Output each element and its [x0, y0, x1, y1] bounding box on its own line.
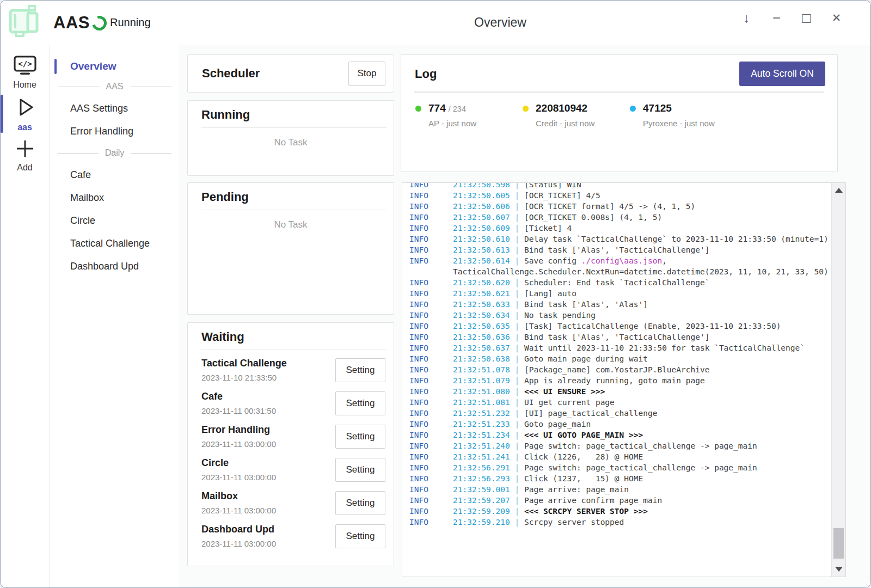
setting-button[interactable]: Setting — [335, 391, 385, 415]
log-separator: | — [510, 431, 524, 439]
log-panel: INFO21:32:50.598 | [Status] WININFO21:32… — [402, 182, 846, 577]
log-entry: INFO21:32:51.234 | <<< UI GOTO PAGE_MAIN… — [409, 430, 829, 440]
log-message-text: Delay task `TacticalChallenge` to 2023-1… — [524, 235, 829, 243]
waiting-task-row: Tactical Challenge2023-11-10 21:33:50Set… — [188, 353, 394, 387]
log-level: INFO — [409, 190, 453, 201]
sidebar-group-label: Daily — [105, 148, 125, 158]
sidebar-item-circle[interactable]: Circle — [50, 209, 180, 232]
scroll-up-icon[interactable] — [835, 188, 843, 193]
log-timestamp: 21:32:50.606 — [453, 202, 510, 211]
log-entry: INFO21:32:50.613 | Bind task ['Alas', 'T… — [409, 244, 829, 255]
rail-item-home[interactable]: </>Home — [1, 52, 49, 93]
log-timestamp: 21:32:50.607 — [453, 213, 510, 222]
close-button[interactable]: ✕ — [821, 1, 851, 35]
log-level: INFO — [409, 212, 453, 223]
sidebar-item-mailbox[interactable]: Mailbox — [50, 186, 180, 209]
waiting-task-info: Dashboard Upd2023-11-11 03:00:00 — [201, 524, 335, 548]
setting-button[interactable]: Setting — [335, 358, 385, 382]
setting-button[interactable]: Setting — [335, 458, 385, 482]
log-message: 21:32:51.080 | <<< UI ENSURE >>> — [453, 386, 829, 397]
stat-value: 47125 — [643, 102, 672, 114]
log-level: INFO — [409, 484, 453, 495]
log-timestamp: 21:32:50.634 — [453, 311, 510, 320]
auto-scroll-button[interactable]: Auto Scroll ON — [739, 62, 825, 86]
log-level: INFO — [409, 506, 453, 517]
sidebar-item-aas-settings[interactable]: AAS Settings — [50, 97, 180, 120]
app-title: AAS — [53, 1, 90, 45]
log-level: INFO — [409, 288, 453, 299]
log-timestamp: 21:32:56.293 — [453, 474, 510, 483]
divider — [201, 127, 387, 128]
setting-button[interactable]: Setting — [335, 425, 385, 449]
stat-value: 220810942 — [536, 102, 587, 114]
log-message-text: Scheduler: End task `TacticalChallenge` — [524, 278, 709, 287]
stop-button[interactable]: Stop — [348, 62, 385, 86]
scroll-down-icon[interactable] — [835, 567, 843, 572]
sidebar-item-label: Cafe — [70, 169, 91, 181]
log-entry: INFO21:32:50.635 | [Task] TacticalChalle… — [409, 321, 829, 332]
sidebar-group-divider: AAS — [50, 76, 180, 97]
log-timestamp: 21:32:59.210 — [453, 518, 510, 526]
log-message-text: [Lang] auto — [524, 289, 576, 298]
running-title: Running — [188, 101, 394, 127]
minimize-button[interactable]: − — [762, 1, 792, 35]
log-message-text: [OCR_TICKET 0.008s] (4, 1, 5) — [524, 213, 662, 222]
log-message-text: <<< UI GOTO PAGE_MAIN >>> — [524, 431, 643, 439]
log-message-text: Click (1226, 28) @ HOME — [524, 452, 643, 461]
stat-caption: AP - just now — [428, 119, 523, 128]
maximize-button[interactable]: □ — [792, 1, 821, 35]
pending-title: Pending — [188, 183, 394, 210]
log-timestamp: 21:32:51.232 — [453, 409, 510, 418]
log-message: 21:32:50.609 | [Ticket] 4 — [453, 223, 829, 234]
sidebar-item-overview[interactable]: Overview — [50, 57, 180, 76]
waiting-task-next-run: 2023-11-11 03:00:00 — [201, 473, 335, 482]
log-message: 21:32:50.635 | [Task] TacticalChallenge … — [453, 321, 829, 332]
log-timestamp: 21:32:50.636 — [453, 333, 510, 341]
log-message-text: UI get current page — [524, 398, 615, 407]
sidebar-item-error-handling[interactable]: Error Handling — [50, 120, 180, 143]
log-message: 21:32:59.001 | Page arrive: page_main — [453, 484, 829, 495]
stat-dot-icon — [523, 106, 529, 112]
log-message: 21:32:50.598 | [Status] WIN — [453, 182, 829, 190]
scroll-thumb[interactable] — [833, 528, 844, 559]
setting-button[interactable]: Setting — [335, 491, 385, 515]
scheduler-title: Scheduler — [202, 66, 260, 81]
sidebar-item-dashboard-upd[interactable]: Dashboard Upd — [50, 255, 180, 278]
log-timestamp: 21:32:50.637 — [453, 344, 510, 352]
log-message: 21:32:50.614 | Save config ./config\aas.… — [453, 255, 829, 277]
waiting-task-info: Cafe2023-11-11 00:31:50 — [201, 391, 335, 415]
log-message: 21:32:50.634 | No task pending — [453, 310, 829, 321]
log-level: INFO — [409, 299, 453, 310]
waiting-card: Waiting Tactical Challenge2023-11-10 21:… — [187, 322, 394, 566]
log-separator: | — [510, 182, 524, 189]
log-level: INFO — [409, 342, 453, 353]
rail-item-aas[interactable]: aas — [1, 93, 49, 134]
log-message: 21:32:51.233 | Goto page_main — [453, 419, 829, 430]
log-separator: | — [510, 376, 524, 385]
log-message: 21:32:50.620 | Scheduler: End task `Tact… — [453, 277, 829, 288]
waiting-task-next-run: 2023-11-11 03:00:00 — [201, 439, 335, 449]
sidebar-item-tactical-challenge[interactable]: Tactical Challenge — [50, 232, 180, 255]
sidebar-item-label: Mailbox — [70, 192, 104, 204]
log-level: INFO — [409, 201, 453, 212]
log-scrollbar[interactable] — [831, 183, 845, 577]
log-message-text: [Ticket] 4 — [524, 224, 572, 232]
log-card: Log Auto Scroll ON 774/ 234AP - just now… — [401, 54, 838, 172]
download-button[interactable]: ↓ — [732, 1, 762, 35]
log-level: INFO — [409, 397, 453, 408]
log-message: 21:32:56.293 | Click (1237, 15) @ HOME — [453, 473, 829, 484]
log-separator: | — [510, 224, 524, 232]
log-level: INFO — [409, 430, 453, 440]
log-stats: 774/ 234AP - just now220810942Credit - j… — [401, 93, 837, 128]
rail-item-add[interactable]: Add — [1, 134, 49, 176]
log-separator: | — [510, 420, 524, 428]
log-message: 21:32:50.605 | [OCR_TICKET] 4/5 — [453, 190, 829, 201]
setting-button[interactable]: Setting — [335, 524, 385, 548]
resource-stat: 47125Pyroxene - just now — [630, 102, 737, 128]
log-entry: INFO21:32:51.241 | Click (1226, 28) @ HO… — [409, 451, 829, 462]
log-entry: INFO21:32:56.293 | Click (1237, 15) @ HO… — [409, 473, 829, 484]
log-separator: | — [510, 213, 524, 222]
log-separator: | — [510, 333, 524, 341]
sidebar-item-cafe[interactable]: Cafe — [50, 163, 180, 186]
log-timestamp: 21:32:50.620 — [453, 278, 510, 287]
